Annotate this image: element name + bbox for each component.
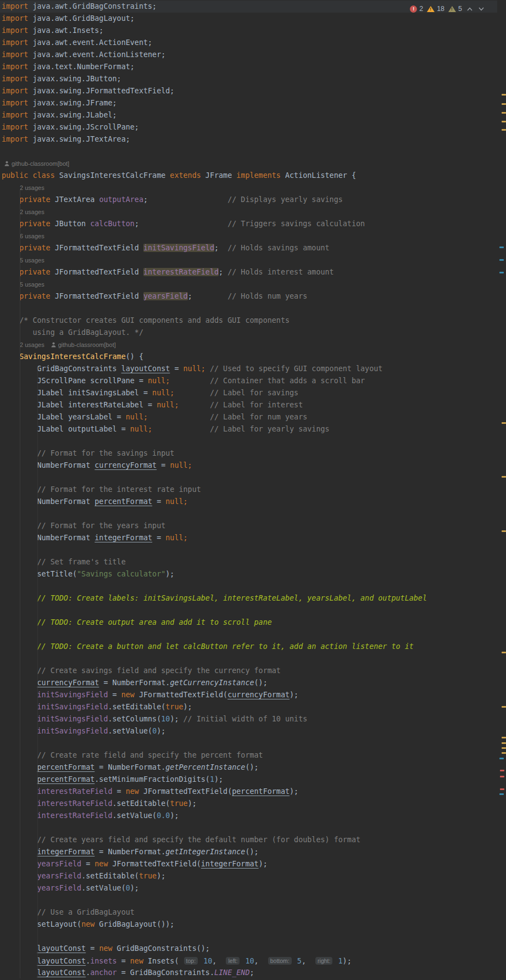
editor-window: import java.awt.GridBagConstraints;impor… (0, 0, 506, 980)
code-line[interactable] (0, 653, 497, 665)
code-line[interactable]: // Set frame's title (0, 556, 497, 568)
code-line[interactable]: layoutConst = new GridBagConstraints(); (0, 943, 497, 955)
code-line[interactable]: setTitle("Savings calculator"); (0, 568, 497, 580)
code-line[interactable]: SavingsInterestCalcFrame() { (0, 351, 497, 363)
code-line[interactable]: import java.awt.Insets; (0, 25, 497, 37)
code-line[interactable]: import javax.swing.JLabel; (0, 109, 497, 121)
inlay-hint-line[interactable]: 6 usages (0, 230, 497, 242)
weak-warning-count-badge[interactable]: ! 5 (448, 5, 462, 13)
inlay-hint-line[interactable]: 5 usages (0, 278, 497, 290)
code-line[interactable]: // Create rate field and specify the per… (0, 749, 497, 761)
code-token: ; (143, 195, 227, 204)
code-line[interactable]: // Format for the savings input (0, 447, 497, 460)
code-line[interactable]: import javax.swing.JScrollPane; (0, 121, 497, 133)
code-line[interactable]: private JFormattedTextField yearsField; … (0, 290, 497, 303)
inlay-hint-line[interactable]: 2 usages (0, 206, 497, 218)
code-line[interactable]: private JFormattedTextField interestRate… (0, 266, 497, 278)
parameter-hint-badge: top: (184, 957, 198, 965)
code-token (205, 365, 210, 373)
usages-hint: 2 usages (20, 341, 45, 348)
code-line[interactable] (0, 303, 497, 315)
inlay-hint-line[interactable]: github-classroom[bot] (0, 158, 497, 170)
code-line[interactable]: // TODO: Create output area and add it t… (0, 617, 497, 629)
code-line[interactable] (0, 737, 497, 749)
code-token: new (81, 920, 94, 928)
code-line[interactable]: JLabel outputLabel = null; // Label for … (0, 423, 497, 435)
code-token: , (212, 957, 225, 965)
code-line[interactable] (0, 472, 497, 484)
inspections-widget[interactable]: ! 2 ! 18 ! 5 (410, 2, 485, 15)
code-line[interactable]: import javax.swing.JFrame; (0, 97, 497, 109)
prev-problem-button[interactable] (466, 4, 474, 13)
code-line[interactable]: percentFormat = NumberFormat.getPercentI… (0, 761, 497, 774)
code-line[interactable]: yearsField.setEditable(true); (0, 870, 497, 882)
code-line[interactable] (0, 435, 497, 447)
code-line[interactable] (0, 508, 497, 520)
code-line[interactable]: private JTextArea outputArea; // Display… (0, 194, 497, 206)
code-line[interactable] (0, 894, 497, 906)
code-editor[interactable]: import java.awt.GridBagConstraints;impor… (0, 0, 497, 979)
code-token: layoutConst (37, 944, 86, 953)
code-line[interactable]: yearsField.setValue(0); (0, 882, 497, 894)
code-line[interactable]: import java.awt.event.ActionListener; (0, 49, 497, 61)
code-line[interactable] (0, 629, 497, 641)
code-line[interactable] (0, 822, 497, 834)
code-line[interactable]: // Create savings field and specify the … (0, 665, 497, 677)
code-token: interestRateField (37, 811, 113, 820)
code-line[interactable]: initSavingsField.setColumns(10); // Init… (0, 713, 497, 725)
code-line[interactable]: public class SavingsInterestCalcFrame ex… (0, 170, 497, 182)
code-line[interactable]: // Format for the interest rate input (0, 484, 497, 496)
warning-count-badge[interactable]: ! 18 (427, 5, 444, 13)
code-token: outputArea (99, 195, 143, 204)
code-line[interactable]: initSavingsField.setValue(0); (0, 725, 497, 737)
code-line[interactable]: // Create years field and specify the de… (0, 834, 497, 846)
code-line[interactable]: setLayout(new GridBagLayout()); (0, 919, 497, 931)
inlay-hint-line[interactable]: 5 usages (0, 254, 497, 266)
code-line[interactable]: interestRateField = new JFormattedTextFi… (0, 786, 497, 798)
code-line[interactable]: integerFormat = NumberFormat.getIntegerI… (0, 846, 497, 858)
code-token: , (302, 957, 315, 965)
code-line[interactable]: import javax.swing.JFormattedTextField; (0, 85, 497, 97)
code-line[interactable] (0, 931, 497, 943)
code-line[interactable]: // Use a GridBagLayout (0, 906, 497, 919)
code-line[interactable]: interestRateField.setValue(0.0); (0, 810, 497, 822)
code-line[interactable]: NumberFormat percentFormat = null; (0, 496, 497, 508)
code-line[interactable]: import javax.swing.JTextArea; (0, 133, 497, 145)
error-count-badge[interactable]: ! 2 (410, 5, 423, 13)
code-line[interactable]: JLabel interestRateLabel = null; // Labe… (0, 399, 497, 411)
code-line[interactable]: layoutConst.insets = new Insets( top: 10… (0, 955, 497, 967)
code-line[interactable]: // TODO: Create labels: initSavingsLabel… (0, 592, 497, 604)
code-line[interactable]: JLabel yearsLabel = null; // Label for n… (0, 411, 497, 423)
code-line[interactable]: JScrollPane scrollPane = null; // Contai… (0, 375, 497, 387)
code-line[interactable]: percentFormat.setMinimumFractionDigits(1… (0, 774, 497, 786)
inlay-hint-line[interactable]: 2 usagesgithub-classroom[bot] (0, 339, 497, 351)
code-line[interactable] (0, 145, 497, 158)
code-line[interactable] (0, 580, 497, 592)
code-line[interactable]: import java.awt.event.ActionEvent; (0, 37, 497, 49)
code-line[interactable]: import java.text.NumberFormat; (0, 61, 497, 73)
user-icon (4, 161, 9, 166)
code-line[interactable]: NumberFormat currencyFormat = null; (0, 460, 497, 472)
code-line[interactable]: GridBagConstraints layoutConst = null; /… (0, 363, 497, 375)
code-line[interactable]: currencyFormat = NumberFormat.getCurrenc… (0, 677, 497, 689)
code-line[interactable]: // Format for the years input (0, 520, 497, 532)
code-line[interactable]: initSavingsField.setEditable(true); (0, 701, 497, 713)
code-line[interactable]: /* Constructor creates GUI components an… (0, 315, 497, 327)
code-line[interactable]: private JButton calcButton; // Triggers … (0, 218, 497, 230)
next-problem-button[interactable] (477, 4, 485, 13)
code-line[interactable]: initSavingsField = new JFormattedTextFie… (0, 689, 497, 701)
code-line[interactable]: private JFormattedTextField initSavingsF… (0, 242, 497, 254)
chevron-down-icon (479, 7, 484, 11)
code-line[interactable]: import javax.swing.JButton; (0, 73, 497, 85)
code-line[interactable]: JLabel initSavingsLabel = null; // Label… (0, 387, 497, 399)
code-line[interactable]: // TODO: Create a button and let calcBut… (0, 641, 497, 653)
code-line[interactable] (0, 604, 497, 617)
code-line[interactable]: interestRateField.setEditable(true); (0, 798, 497, 810)
inlay-hint-line[interactable]: 2 usages (0, 182, 497, 194)
code-line[interactable]: yearsField = new JFormattedTextField(int… (0, 858, 497, 870)
code-line[interactable]: NumberFormat integerFormat = null; (0, 532, 497, 544)
code-line[interactable] (0, 544, 497, 556)
code-line[interactable]: using a GridBagLayout. */ (0, 327, 497, 339)
code-line[interactable]: layoutConst.anchor = GridBagConstraints.… (0, 967, 497, 979)
scrollbar-error-stripe[interactable] (498, 0, 506, 980)
